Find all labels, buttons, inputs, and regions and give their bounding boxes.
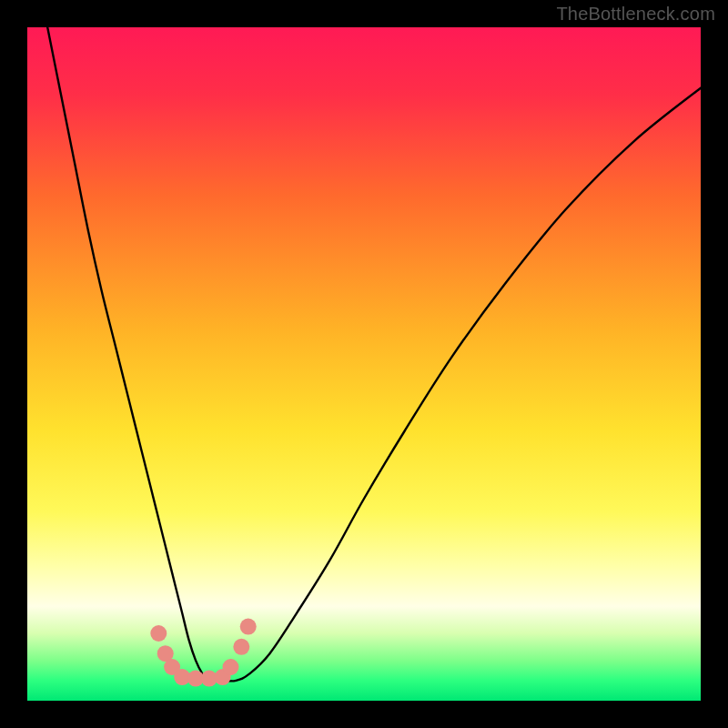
chart-stage: TheBottleneck.com [0, 0, 728, 728]
highlight-dot [240, 619, 257, 635]
gradient-background [27, 27, 701, 701]
highlight-dot [222, 659, 238, 675]
highlight-dot [233, 639, 249, 655]
watermark-label: TheBottleneck.com [556, 4, 715, 25]
bottleneck-chart [0, 0, 728, 728]
highlight-dot [150, 625, 167, 642]
